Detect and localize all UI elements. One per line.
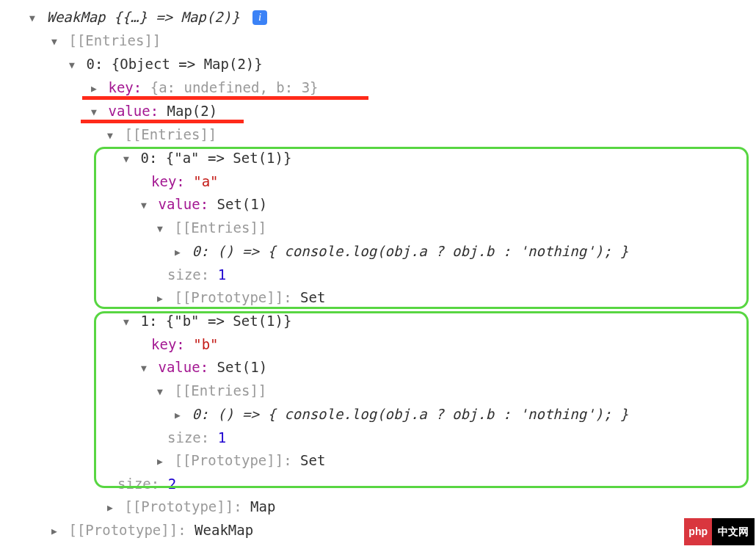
chevron-down-icon[interactable] [157,380,166,403]
map-entry-0-row[interactable]: 0: {"a" => Set(1)} [12,147,756,170]
chevron-right-icon[interactable] [107,496,116,519]
chevron-down-icon[interactable] [141,357,150,379]
root-proto-row[interactable]: [[Prototype]]: WeakMap [12,519,756,542]
map-1-set-entries-row[interactable]: [[Entries]] [12,379,756,403]
map-1-size-row: size: 1 [12,426,756,449]
map-0-set-0-row[interactable]: 0: () => { console.log(obj.a ? obj.b : '… [12,240,756,263]
entry-0-row[interactable]: 0: {Object => Map(2)} [12,53,756,76]
value-label: value: [158,196,217,212]
size-value: 1 [218,429,226,446]
key-label: key: [108,79,150,95]
set-0-content: 0: () => { console.log(obj.a ? obj.b : '… [192,243,628,259]
map-entry-1-row[interactable]: 1: {"b" => Set(1)} [12,310,756,333]
key-value: "a" [193,173,218,189]
proto-value: Set [300,289,325,305]
chevron-right-icon[interactable] [175,404,183,426]
chevron-down-icon[interactable] [141,194,150,217]
outer-size-row: size: 2 [12,473,756,495]
proto-label: [[Prototype]]: [124,498,250,515]
chevron-right-icon[interactable] [157,287,166,310]
value-summary: Set(1) [217,196,268,212]
size-label: size: [167,266,218,283]
watermark-right: 中文网 [712,518,755,542]
map-0-value-row[interactable]: value: Set(1) [12,193,756,217]
map-1-key-row[interactable]: key: "b" [12,333,756,356]
key-value: "b" [193,336,218,352]
value-label: value: [158,359,217,375]
set-0-content: 0: () => { console.log(obj.a ? obj.b : '… [192,406,628,422]
map-0-summary: {"a" => Set(1)} [166,150,292,166]
map-1-set-0-row[interactable]: 0: () => { console.log(obj.a ? obj.b : '… [12,403,756,426]
map-0-proto-row[interactable]: [[Prototype]]: Set [12,286,756,310]
map-0-size-row: size: 1 [12,263,756,286]
root-weakmap-row[interactable]: WeakMap {{…} => Map(2)} i [12,6,756,29]
size-label: size: [167,429,218,446]
size-value: 2 [168,476,176,492]
proto-value: Map [250,498,275,515]
outer-proto-row[interactable]: [[Prototype]]: Map [12,495,756,519]
set-entries-label: [[Entries]] [174,219,266,236]
size-label: size: [117,476,168,492]
watermark-left: php [684,518,712,542]
info-icon[interactable]: i [252,10,267,25]
map-0-set-entries-row[interactable]: [[Entries]] [12,217,756,240]
key-value: {a: undefined, b: 3} [150,79,319,95]
map-1-proto-row[interactable]: [[Prototype]]: Set [12,449,756,473]
chevron-down-icon[interactable] [123,310,132,333]
entry-0-value-row[interactable]: value: Map(2) [12,100,756,123]
proto-value: WeakMap [195,522,253,538]
annotation-underline [81,120,244,123]
chevron-down-icon[interactable] [123,148,132,170]
value-label: value: [108,103,167,119]
chevron-right-icon[interactable] [175,241,183,263]
chevron-right-icon[interactable] [157,450,166,473]
proto-label: [[Prototype]]: [68,522,195,538]
key-label: key: [151,336,193,352]
map-0-key-row[interactable]: key: "a" [12,170,756,193]
map-1-index: 1: [140,313,165,329]
root-summary: {{…} => Map(2)} [114,9,240,25]
entry-0-index: 0: [86,56,111,72]
entry-0-summary: {Object => Map(2)} [112,56,263,72]
entries-label: [[Entries]] [68,32,161,48]
entry-0-key-row[interactable]: key: {a: undefined, b: 3} [12,76,756,100]
inner-entries-row[interactable]: [[Entries]] [12,123,756,147]
size-value: 1 [218,266,226,283]
chevron-down-icon[interactable] [157,217,166,240]
chevron-down-icon[interactable] [69,54,78,76]
proto-label: [[Prototype]]: [174,452,300,468]
map-1-summary: {"b" => Set(1)} [166,313,292,329]
value-summary: Set(1) [217,359,268,375]
map-0-index: 0: [140,150,165,166]
chevron-right-icon[interactable] [51,520,60,542]
root-type: WeakMap [46,9,105,25]
set-entries-label: [[Entries]] [174,382,266,399]
value-summary: Map(2) [167,103,218,119]
chevron-down-icon[interactable] [107,124,116,147]
annotation-underline [82,96,368,100]
proto-value: Set [300,452,325,468]
map-1-value-row[interactable]: value: Set(1) [12,356,756,379]
watermark-badge: php 中文网 [684,518,755,542]
proto-label: [[Prototype]]: [174,289,300,305]
key-label: key: [151,173,193,189]
inner-entries-label: [[Entries]] [124,126,217,142]
entries-row[interactable]: [[Entries]] [12,29,756,53]
chevron-down-icon[interactable] [29,7,38,29]
chevron-down-icon[interactable] [51,30,60,53]
